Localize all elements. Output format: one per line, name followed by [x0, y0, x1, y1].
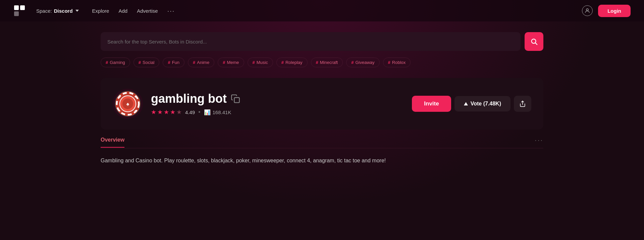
user-icon[interactable] [582, 5, 593, 16]
svg-rect-17 [234, 98, 239, 103]
navbar: Space: Discord Explore Add Advertise ···… [0, 0, 644, 21]
star-rating: ★ ★ ★ ★ ★ [151, 108, 182, 116]
vote-button[interactable]: Vote (7.48K) [454, 96, 511, 111]
chevron-down-icon [75, 10, 79, 12]
share-icon [519, 100, 526, 107]
tag-anime[interactable]: #Anime [188, 58, 214, 67]
nav-add[interactable]: Add [118, 8, 127, 14]
tag-roblox[interactable]: #Roblox [383, 58, 411, 67]
server-count-value: 168.41K [213, 109, 231, 115]
search-row [101, 32, 543, 51]
nav-advertise[interactable]: Advertise [137, 8, 158, 14]
bot-card: ♠ ♠ ♥ ♦ ♣ gambling bot [101, 78, 543, 130]
svg-text:♠: ♠ [126, 101, 129, 107]
tag-gaming[interactable]: #Gaming [101, 58, 130, 67]
search-button[interactable] [525, 32, 543, 51]
star-2: ★ [157, 108, 163, 116]
bot-meta: ★ ★ ★ ★ ★ 4.49 • 📊 168.41K [151, 108, 404, 116]
server-count: 📊 168.41K [204, 109, 231, 115]
nav-more[interactable]: ··· [167, 7, 175, 15]
tag-roleplay[interactable]: #Roleplay [276, 58, 308, 67]
chart-icon: 📊 [204, 109, 211, 115]
tag-social[interactable]: #Social [133, 58, 160, 67]
separator: • [198, 109, 200, 116]
bot-avatar: ♠ ♠ ♥ ♦ ♣ [113, 89, 143, 119]
search-icon [530, 38, 538, 45]
vote-label: Vote (7.48K) [471, 101, 501, 107]
tag-fun[interactable]: #Fun [163, 58, 184, 67]
space-selector[interactable]: Space: Discord [36, 8, 79, 14]
star-1: ★ [151, 108, 156, 116]
nav-links: Explore Add Advertise ··· [92, 7, 175, 15]
bot-avatar-image: ♠ ♠ ♥ ♦ ♣ [114, 90, 141, 117]
svg-line-5 [535, 43, 537, 45]
svg-text:♦: ♦ [119, 109, 120, 112]
login-button[interactable]: Login [598, 5, 631, 17]
nav-right: Login [582, 5, 631, 17]
overview-description: Gambling and Casino bot. Play roulette, … [101, 156, 543, 165]
svg-rect-1 [20, 5, 25, 10]
vote-triangle-icon [464, 102, 468, 105]
star-3: ★ [164, 108, 169, 116]
tags-row: #Gaming #Social #Fun #Anime #Meme #Music… [101, 58, 543, 67]
tag-giveaway[interactable]: #Giveaway [346, 58, 379, 67]
logo[interactable] [13, 5, 25, 17]
overview-tab[interactable]: Overview [101, 137, 124, 148]
bot-name: gambling bot [151, 92, 227, 106]
tag-minecraft[interactable]: #Minecraft [311, 58, 343, 67]
bot-actions: Invite Vote (7.48K) [412, 96, 531, 112]
bot-name-row: gambling bot [151, 92, 404, 106]
overview-section: Overview ··· Gambling and Casino bot. Pl… [101, 136, 543, 165]
svg-rect-2 [14, 11, 19, 16]
overview-tab-row: Overview ··· [101, 136, 543, 148]
copy-icon[interactable] [231, 94, 240, 103]
tag-meme[interactable]: #Meme [218, 58, 244, 67]
search-input[interactable] [107, 39, 514, 45]
svg-point-3 [586, 9, 588, 11]
invite-button[interactable]: Invite [412, 96, 451, 112]
tab-more-icon[interactable]: ··· [535, 136, 543, 144]
main-content: #Gaming #Social #Fun #Anime #Meme #Music… [87, 21, 557, 165]
rating-number: 4.49 [185, 109, 195, 115]
star-4: ★ [170, 108, 175, 116]
svg-rect-0 [14, 5, 19, 10]
bot-info: gambling bot ★ ★ ★ ★ ★ 4.49 • [151, 92, 404, 116]
share-button[interactable] [514, 96, 531, 112]
search-input-wrap [101, 32, 521, 51]
star-5: ★ [176, 108, 182, 116]
svg-text:♣: ♣ [135, 109, 137, 112]
space-label: Space: [36, 8, 52, 14]
space-name: Discord [54, 8, 73, 14]
nav-explore[interactable]: Explore [92, 8, 109, 14]
svg-text:♥: ♥ [135, 95, 136, 98]
tag-music[interactable]: #Music [248, 58, 273, 67]
